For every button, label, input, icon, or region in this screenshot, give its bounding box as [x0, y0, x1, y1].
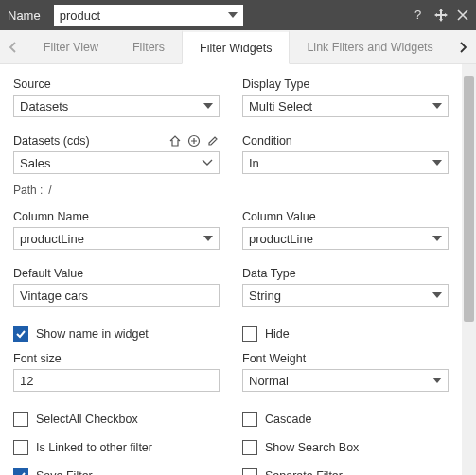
cascade-label: Cascade [265, 413, 311, 426]
linked-checkbox[interactable] [13, 440, 28, 455]
chevron-down-icon [432, 236, 442, 241]
show-name-label: Show name in widget [36, 327, 149, 341]
add-icon[interactable] [187, 134, 201, 148]
column-name-label: Column Name [13, 206, 220, 227]
tab-filters[interactable]: Filters [115, 30, 182, 63]
move-icon[interactable] [434, 9, 448, 22]
name-input-wrap[interactable] [54, 5, 243, 26]
font-size-label: Font size [13, 348, 220, 369]
font-weight-label: Font Weight [242, 348, 449, 369]
linked-label: Is Linked to other filter [36, 441, 152, 454]
close-icon[interactable] [457, 9, 468, 21]
scrollbar-thumb[interactable] [464, 76, 474, 322]
default-value-label: Default Value [13, 263, 220, 284]
name-input[interactable] [54, 5, 243, 26]
data-type-label: Data Type [242, 263, 449, 284]
separate-filter-checkbox[interactable] [242, 468, 257, 475]
chevron-down-icon [432, 160, 442, 166]
chevron-down-icon [203, 103, 213, 109]
tab-label: Link Filters and Widgets [307, 41, 432, 54]
tab-label: Filter View [44, 41, 98, 54]
condition-label: Condition [242, 131, 449, 151]
edit-icon[interactable] [206, 134, 220, 148]
show-name-checkbox[interactable] [13, 326, 28, 342]
tab-label: Filter Widgets [200, 42, 272, 55]
hide-checkbox[interactable] [242, 326, 257, 342]
source-value: Datasets [20, 99, 203, 114]
tab-link-filters[interactable]: Link Filters and Widgets [290, 30, 450, 63]
source-dropdown[interactable]: Datasets [13, 95, 220, 117]
source-label: Source [13, 74, 220, 95]
column-name-dropdown[interactable]: productLine [13, 227, 220, 250]
path-value: / [48, 184, 51, 197]
display-type-value: Multi Select [249, 99, 432, 114]
help-icon[interactable]: ? [412, 9, 425, 22]
chevron-down-icon [203, 236, 213, 241]
data-type-dropdown[interactable]: String [242, 284, 449, 307]
chevron-down-icon [432, 378, 442, 383]
path-label: Path : [13, 184, 43, 197]
cascade-checkbox[interactable] [242, 412, 257, 427]
display-type-dropdown[interactable]: Multi Select [242, 95, 449, 117]
search-box-checkbox[interactable] [242, 440, 257, 455]
tab-filter-view[interactable]: Filter View [26, 30, 115, 63]
select-all-checkbox[interactable] [13, 412, 28, 427]
condition-dropdown[interactable]: In [242, 151, 449, 174]
font-size-input[interactable] [13, 369, 220, 392]
condition-value: In [249, 156, 432, 170]
font-weight-value: Normal [249, 374, 432, 388]
datasets-value: Sales [20, 156, 202, 170]
datasets-dropdown[interactable]: Sales [13, 151, 220, 174]
save-filter-checkbox[interactable] [13, 468, 28, 475]
data-type-value: String [249, 289, 432, 303]
font-weight-dropdown[interactable]: Normal [242, 369, 449, 392]
column-value-value: productLine [249, 232, 432, 246]
home-icon[interactable] [168, 134, 182, 148]
save-filter-label: Save Filter [36, 469, 93, 475]
chevron-down-icon [432, 292, 442, 298]
chevron-down-icon [432, 103, 442, 109]
hide-label: Hide [265, 327, 290, 341]
tabs-prev-button[interactable] [0, 30, 26, 63]
column-value-label: Column Value [242, 206, 449, 227]
column-name-value: productLine [20, 232, 203, 246]
svg-text:?: ? [414, 9, 421, 22]
separate-filter-label: Separate Filter [265, 469, 343, 475]
tabs-next-button[interactable] [450, 30, 476, 63]
chevron-down-icon [202, 159, 213, 167]
tab-filter-widgets[interactable]: Filter Widgets [182, 30, 290, 64]
search-box-label: Show Search Box [265, 441, 359, 454]
default-value-input[interactable] [13, 284, 220, 307]
datasets-label: Datasets (cds) [13, 134, 90, 148]
display-type-label: Display Type [242, 74, 449, 95]
select-all-label: SelectAll Checkbox [36, 413, 138, 426]
vertical-scrollbar[interactable] [462, 64, 476, 475]
name-label: Name [8, 9, 41, 23]
column-value-dropdown[interactable]: productLine [242, 227, 449, 250]
tab-label: Filters [132, 41, 165, 54]
